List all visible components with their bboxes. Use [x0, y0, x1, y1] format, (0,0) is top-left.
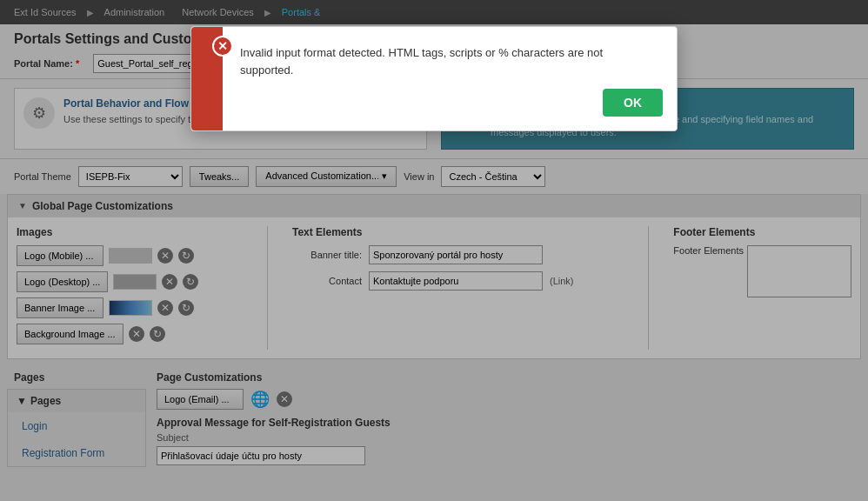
- modal-ok-button[interactable]: OK: [603, 89, 663, 117]
- modal-footer: OK: [603, 89, 663, 117]
- modal-overlay: ✕ Invalid input format detected. HTML ta…: [0, 0, 868, 501]
- error-modal: ✕ Invalid input format detected. HTML ta…: [190, 26, 678, 131]
- modal-message: Invalid input format detected. HTML tags…: [240, 44, 659, 78]
- modal-close-button[interactable]: ✕: [212, 36, 233, 57]
